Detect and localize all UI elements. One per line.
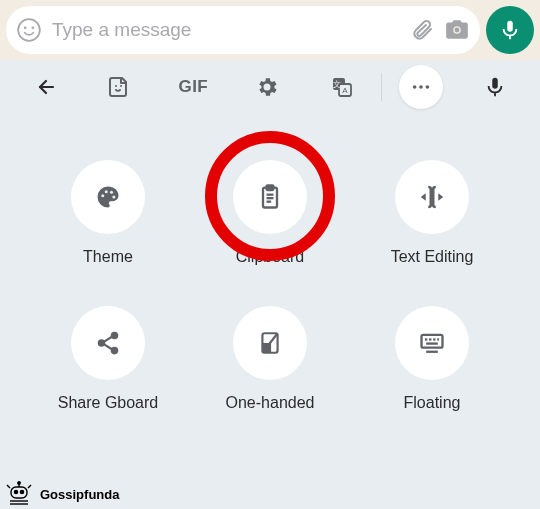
sticker-icon (107, 75, 131, 99)
palette-icon (94, 183, 122, 211)
svg-point-42 (20, 490, 23, 493)
gif-button[interactable]: GIF (156, 77, 230, 97)
more-button[interactable] (384, 65, 458, 109)
svg-rect-37 (437, 338, 439, 340)
svg-point-13 (419, 85, 423, 89)
text-cursor-icon (417, 182, 447, 212)
option-label: Clipboard (236, 248, 304, 266)
watermark: Gossipfunda (4, 481, 119, 507)
svg-point-7 (120, 85, 122, 87)
option-one-handed[interactable]: One-handed (196, 306, 344, 412)
message-input-pill[interactable]: Type a message (6, 6, 480, 54)
svg-point-2 (31, 27, 34, 30)
svg-point-18 (112, 195, 115, 198)
svg-line-29 (104, 337, 113, 342)
svg-point-1 (24, 27, 27, 30)
attachment-icon[interactable] (410, 18, 434, 42)
svg-point-12 (413, 85, 417, 89)
share-icon (95, 330, 121, 356)
mic-icon (484, 76, 506, 98)
option-label: One-handed (226, 394, 315, 412)
svg-rect-20 (267, 185, 274, 190)
keyboard-floating-icon (418, 329, 446, 357)
option-share-gboard[interactable]: Share Gboard (34, 306, 182, 412)
svg-rect-34 (425, 338, 427, 340)
settings-button[interactable] (230, 75, 304, 99)
svg-line-30 (104, 344, 113, 349)
gear-icon (255, 75, 279, 99)
svg-point-41 (14, 490, 17, 493)
mic-icon (499, 19, 521, 41)
emoji-icon[interactable] (16, 17, 42, 43)
message-placeholder: Type a message (52, 19, 400, 41)
svg-point-15 (101, 194, 104, 197)
svg-line-46 (28, 485, 31, 488)
clipboard-icon (256, 183, 284, 211)
robot-icon (4, 481, 34, 507)
option-theme[interactable]: Theme (34, 160, 182, 266)
translate-button[interactable]: 文 A (305, 75, 379, 99)
voice-input-button[interactable] (458, 76, 532, 98)
svg-marker-24 (421, 193, 426, 201)
svg-line-45 (7, 485, 10, 488)
toolbar-divider (381, 73, 382, 101)
svg-text:A: A (342, 86, 348, 95)
camera-icon[interactable] (444, 17, 470, 43)
svg-text:文: 文 (333, 80, 341, 89)
svg-point-4 (455, 28, 460, 33)
svg-marker-25 (438, 193, 443, 201)
option-clipboard[interactable]: Clipboard (196, 160, 344, 266)
chat-input-bar: Type a message (0, 0, 540, 60)
svg-rect-32 (262, 343, 271, 353)
option-text-editing[interactable]: Text Editing (358, 160, 506, 266)
arrow-left-icon (33, 75, 57, 99)
more-horizontal-icon (410, 76, 432, 98)
svg-rect-40 (11, 487, 27, 498)
svg-point-17 (110, 191, 113, 194)
svg-point-6 (115, 85, 117, 87)
svg-rect-38 (426, 342, 438, 344)
keyboard-toolbar: GIF 文 A (0, 60, 540, 114)
stickers-button[interactable] (82, 75, 156, 99)
voice-record-button[interactable] (486, 6, 534, 54)
option-label: Text Editing (391, 248, 474, 266)
option-label: Theme (83, 248, 133, 266)
option-floating[interactable]: Floating (358, 306, 506, 412)
svg-point-44 (18, 482, 20, 484)
translate-icon: 文 A (330, 75, 354, 99)
back-button[interactable] (8, 75, 82, 99)
option-label: Share Gboard (58, 394, 159, 412)
one-handed-icon (257, 330, 283, 356)
svg-point-14 (425, 85, 429, 89)
watermark-text: Gossipfunda (40, 487, 119, 502)
svg-rect-35 (429, 338, 431, 340)
svg-rect-36 (433, 338, 435, 340)
options-grid: Theme Clipboard (0, 114, 540, 412)
svg-point-0 (18, 19, 40, 41)
option-label: Floating (404, 394, 461, 412)
svg-rect-33 (422, 335, 443, 348)
gif-label: GIF (178, 77, 208, 97)
svg-point-16 (105, 190, 108, 193)
keyboard-panel: GIF 文 A (0, 60, 540, 509)
